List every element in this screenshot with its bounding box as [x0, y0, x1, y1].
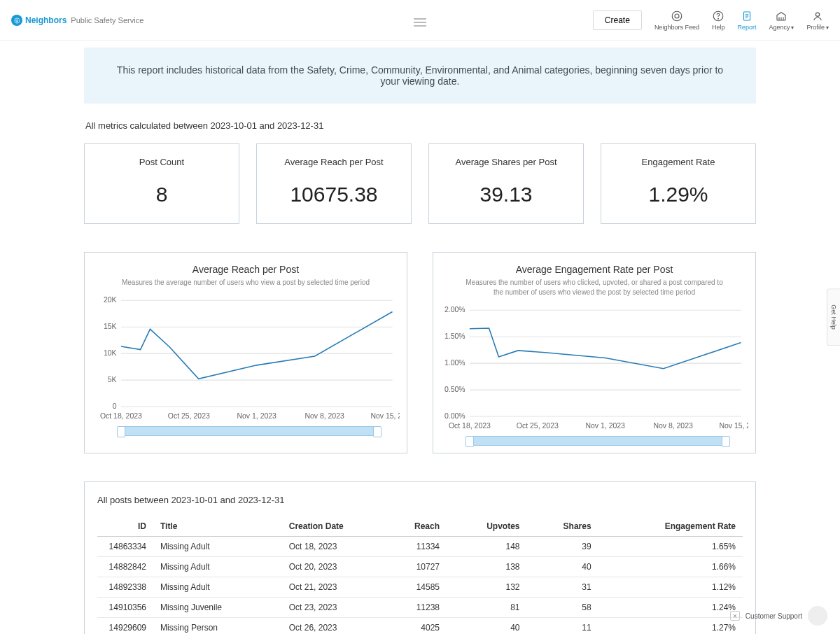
- cell-reach: 4025: [380, 618, 447, 635]
- svg-text:20K: 20K: [104, 296, 117, 304]
- cell-upvotes: 138: [447, 557, 527, 577]
- cell-upvotes: 40: [447, 618, 527, 635]
- table-row[interactable]: 14882842Missing AdultOct 20, 20231072713…: [97, 557, 743, 577]
- cell-id: 14929609: [97, 618, 153, 635]
- nav-label: Report: [737, 24, 756, 31]
- cell-date: Oct 21, 2023: [282, 577, 380, 598]
- card-engagement-rate: Engagement Rate 1.29%: [601, 143, 756, 224]
- metrics-subtitle: All metrics calculated between 2023-10-0…: [85, 120, 756, 131]
- svg-text:Oct 25, 2023: Oct 25, 2023: [168, 412, 210, 420]
- chevron-down-icon: ▾: [826, 24, 829, 31]
- nav-label: Help: [712, 24, 725, 31]
- chart-engagement: Average Engagement Rate per Post Measure…: [433, 252, 756, 453]
- hamburger-toggle[interactable]: [414, 15, 426, 25]
- agency-icon: [775, 10, 788, 22]
- cell-id: 14863334: [97, 537, 153, 557]
- svg-text:2.00%: 2.00%: [444, 306, 465, 314]
- table-row[interactable]: 14929609Missing PersonOct 26, 2023402540…: [97, 618, 743, 635]
- cell-id: 14882842: [97, 557, 153, 577]
- card-value: 39.13: [436, 183, 576, 206]
- cell-er: 1.12%: [598, 577, 743, 598]
- svg-text:1.00%: 1.00%: [444, 359, 465, 367]
- nav-item-neighbors-feed[interactable]: Neighbors Feed: [654, 10, 699, 31]
- svg-text:Nov 1, 2023: Nov 1, 2023: [237, 412, 276, 420]
- svg-text:Nov 8, 2023: Nov 8, 2023: [653, 422, 693, 430]
- cell-date: Oct 26, 2023: [282, 618, 380, 635]
- svg-text:Nov 1, 2023: Nov 1, 2023: [585, 422, 625, 430]
- chart-range-slider[interactable]: [468, 436, 727, 446]
- cell-er: 1.27%: [598, 618, 743, 635]
- cell-shares: 58: [527, 598, 598, 618]
- svg-text:Oct 18, 2023: Oct 18, 2023: [100, 412, 142, 420]
- svg-point-5: [816, 13, 820, 16]
- posts-table-section: All posts between 2023-10-01 and 2023-12…: [84, 481, 756, 634]
- cell-upvotes: 81: [447, 598, 527, 618]
- chart-range-slider[interactable]: [120, 426, 379, 436]
- col-engagement[interactable]: Engagement Rate: [598, 516, 743, 537]
- nav-item-agency[interactable]: Agency▾: [769, 10, 794, 31]
- nav-right: Create Neighbors Feed Help Report Agency…: [593, 10, 829, 31]
- svg-text:0.00%: 0.00%: [444, 412, 465, 420]
- brand[interactable]: ◎ Neighbors Public Safety Service: [11, 15, 144, 26]
- brand-logo-icon: ◎: [11, 15, 22, 26]
- svg-text:5K: 5K: [108, 376, 117, 383]
- cell-title: Missing Adult: [153, 537, 282, 557]
- brand-subtitle: Public Safety Service: [71, 16, 144, 24]
- nav-item-report[interactable]: Report: [737, 10, 756, 31]
- col-shares[interactable]: Shares: [527, 516, 598, 537]
- chart-canvas[interactable]: 0.00%0.50%1.00%1.50%2.00%Oct 18, 2023Oct…: [440, 306, 748, 432]
- cell-upvotes: 132: [447, 577, 527, 598]
- svg-point-3: [718, 18, 719, 19]
- nav-item-help[interactable]: Help: [712, 10, 725, 31]
- table-header-row: ID Title Creation Date Reach Upvotes Sha…: [97, 516, 743, 537]
- card-avg-shares: Average Shares per Post 39.13: [428, 143, 584, 224]
- col-id[interactable]: ID: [97, 516, 153, 537]
- cell-reach: 10727: [380, 557, 447, 577]
- col-date[interactable]: Creation Date: [282, 516, 380, 537]
- table-row[interactable]: 14892338Missing AdultOct 21, 20231458513…: [97, 577, 743, 598]
- close-icon[interactable]: ×: [730, 611, 740, 621]
- charts-row: Average Reach per Post Measures the aver…: [84, 252, 756, 453]
- chart-canvas[interactable]: 05K10K15K20KOct 18, 2023Oct 25, 2023Nov …: [92, 296, 400, 422]
- cell-er: 1.66%: [598, 557, 743, 577]
- col-upvotes[interactable]: Upvotes: [447, 516, 527, 537]
- get-help-tab[interactable]: Get Help: [827, 288, 840, 346]
- cell-er: 1.65%: [598, 537, 743, 557]
- card-title: Average Reach per Post: [264, 157, 404, 167]
- chart-title: Average Engagement Rate per Post: [440, 264, 748, 275]
- svg-text:0: 0: [113, 402, 117, 410]
- posts-table: ID Title Creation Date Reach Upvotes Sha…: [97, 516, 743, 634]
- cell-id: 14910356: [97, 598, 153, 618]
- create-button[interactable]: Create: [593, 10, 642, 30]
- nav-item-profile[interactable]: Profile▾: [806, 10, 829, 31]
- svg-point-1: [675, 14, 679, 18]
- cell-title: Missing Adult: [153, 577, 282, 598]
- cell-date: Oct 18, 2023: [282, 537, 380, 557]
- top-nav: ◎ Neighbors Public Safety Service Create…: [0, 0, 840, 41]
- chart-subtitle: Measures the average number of users who…: [113, 278, 379, 288]
- card-value: 1.29%: [608, 183, 748, 206]
- svg-text:Oct 25, 2023: Oct 25, 2023: [517, 422, 559, 430]
- chart-title: Average Reach per Post: [92, 264, 400, 275]
- cell-id: 14892338: [97, 577, 153, 598]
- svg-text:Oct 18, 2023: Oct 18, 2023: [449, 422, 491, 430]
- col-title[interactable]: Title: [153, 516, 282, 537]
- cell-title: Missing Juvenile: [153, 598, 282, 618]
- table-row[interactable]: 14863334Missing AdultOct 18, 20231133414…: [97, 537, 743, 557]
- nav-label: Agency▾: [769, 24, 794, 31]
- support-label[interactable]: Customer Support: [746, 612, 802, 620]
- card-title: Post Count: [92, 157, 232, 167]
- info-banner: This report includes historical data fro…: [84, 48, 756, 104]
- cell-shares: 11: [527, 618, 598, 635]
- col-reach[interactable]: Reach: [380, 516, 447, 537]
- table-row[interactable]: 14910356Missing JuvenileOct 23, 20231123…: [97, 598, 743, 618]
- chart-reach: Average Reach per Post Measures the aver…: [84, 252, 407, 453]
- cell-er: 1.24%: [598, 598, 743, 618]
- brand-name: Neighbors: [25, 15, 66, 25]
- cell-reach: 11334: [380, 537, 447, 557]
- cell-title: Missing Person: [153, 618, 282, 635]
- support-avatar-icon[interactable]: [808, 606, 827, 626]
- card-title: Engagement Rate: [608, 157, 748, 167]
- nav-label: Profile▾: [806, 24, 829, 31]
- svg-text:Nov 15, 2023: Nov 15, 2023: [370, 412, 400, 420]
